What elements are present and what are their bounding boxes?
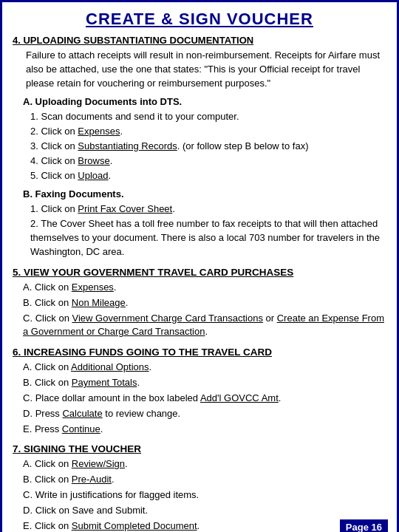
- section7-itemC: C. Write in justifications for flagged i…: [23, 488, 386, 502]
- section6-itemA-letter: A.: [23, 361, 35, 372]
- section6-header: 6. INCREASING FUNDS GOING TO THE TRAVEL …: [13, 347, 386, 358]
- section4-subA-steps: 1. Scan documents and send it to your co…: [30, 110, 386, 183]
- step-4a2-text: Click on: [41, 126, 78, 137]
- step-4a4-after: .: [110, 155, 113, 166]
- step-4a4-num: 4.: [30, 155, 41, 166]
- page-container: CREATE & SIGN VOUCHER 4. UPLOADING SUBST…: [0, 0, 399, 532]
- section6-itemB-link: Payment Totals: [72, 377, 137, 388]
- section7-itemA: A. Click on Review/Sign.: [23, 457, 386, 471]
- section5-itemB-letter: B.: [23, 297, 35, 308]
- section6-itemA: A. Click on Additional Options.: [23, 361, 386, 375]
- section5-itemC-or: or: [263, 313, 277, 324]
- section6-itemB-after: .: [137, 377, 140, 388]
- section5-itemA-after: .: [114, 282, 117, 293]
- section6-itemA-after: .: [149, 361, 152, 372]
- step-4a5: 5. Click on Upload.: [30, 169, 386, 183]
- section6-itemB: B. Click on Payment Totals.: [23, 376, 386, 390]
- step-4b1: 1. Click on Print Fax Cover Sheet.: [30, 202, 386, 216]
- step-4a4-link: Browse: [78, 155, 109, 166]
- section6-itemD-link: Calculate: [62, 408, 102, 419]
- section7-itemD-text: Click on Save and Submit.: [35, 505, 148, 516]
- section5-items: A. Click on Expenses. B. Click on Non Mi…: [23, 281, 386, 339]
- section5-itemC-link1: View Government Charge Card Transactions: [72, 313, 262, 324]
- section5-itemA-text: Click on: [35, 282, 72, 293]
- step-4b2-text: The Cover Sheet has a toll free number t…: [30, 218, 380, 257]
- section6-itemB-letter: B.: [23, 377, 35, 388]
- section7-itemB-link: Pre-Audit: [72, 474, 112, 485]
- step-4a3: 3. Click on Substantiating Records. (or …: [30, 140, 386, 154]
- step-4b2-num: 2.: [30, 218, 41, 229]
- step-4a2-after: .: [120, 126, 123, 137]
- section6-itemC-after: .: [279, 392, 282, 403]
- section6-itemC-text: Place dollar amount in the box labeled: [35, 392, 200, 403]
- section4-warning: Failure to attach receipts will result i…: [26, 49, 386, 91]
- step-4a1: 1. Scan documents and send it to your co…: [30, 110, 386, 124]
- section7-itemE-text: Click on: [35, 520, 72, 531]
- section5-itemC-letter: C.: [23, 313, 35, 324]
- step-4a1-text: Scan documents and send it to your compu…: [41, 111, 239, 122]
- section7-itemD-letter: D.: [23, 505, 35, 516]
- step-4a3-after: . (or follow step B below to fax): [177, 140, 309, 151]
- section7-itemD: D. Click on Save and Submit.: [23, 504, 386, 518]
- section6-itemA-text: Click on: [35, 361, 71, 372]
- section4-header: 4. UPLOADING SUBSTANTIATING DOCUMENTATIO…: [13, 35, 386, 46]
- section7-itemE-link: Submit Completed Document: [72, 520, 197, 531]
- section6-itemB-text: Click on: [35, 377, 72, 388]
- section7-itemB-text: Click on: [35, 474, 72, 485]
- section7-itemA-link: Review/Sign: [72, 458, 125, 469]
- step-4a5-after: .: [109, 170, 112, 181]
- section6-itemE-text: Press: [35, 423, 62, 434]
- section5-itemC-text: Click on: [35, 313, 72, 324]
- section4-subB-steps: 1. Click on Print Fax Cover Sheet. 2. Th…: [30, 202, 386, 259]
- step-4a4: 4. Click on Browse.: [30, 154, 386, 168]
- step-4b1-text: Click on: [41, 203, 78, 214]
- section6-itemC-letter: C.: [23, 392, 35, 403]
- step-4b1-num: 1.: [30, 203, 41, 214]
- section4-subA-label: A. Uploading Documents into DTS.: [23, 95, 386, 109]
- section5-itemA-letter: A.: [23, 282, 35, 293]
- section6-itemD-after: to review change.: [103, 408, 181, 419]
- section5-header: 5. VIEW YOUR GOVERNMENT TRAVEL CARD PURC…: [13, 267, 386, 278]
- page-title: CREATE & SIGN VOUCHER: [13, 10, 386, 29]
- step-4a5-text: Click on: [41, 170, 78, 181]
- section7-header: 7. SIGNING THE VOUCHER: [13, 443, 386, 454]
- section5-itemB-after: .: [126, 297, 129, 308]
- step-4a2: 2. Click on Expenses.: [30, 125, 386, 139]
- step-4a2-num: 2.: [30, 126, 41, 137]
- section6-itemD-letter: D.: [23, 408, 35, 419]
- step-4b1-after: .: [172, 203, 175, 214]
- section6-itemA-link: Additional Options: [71, 361, 149, 372]
- section6-itemC-link: Add'l GOVCC Amt: [200, 392, 279, 403]
- section6-itemC: C. Place dollar amount in the box labele…: [23, 392, 386, 406]
- step-4a5-link: Upload: [78, 170, 108, 181]
- section7-itemB-after: .: [112, 474, 115, 485]
- section6-itemE: E. Press Continue.: [23, 423, 386, 437]
- section7-itemA-after: .: [125, 458, 128, 469]
- section6-itemE-after: .: [100, 423, 103, 434]
- section7-itemE: E. Click on Submit Completed Document.: [23, 519, 386, 532]
- section6-itemE-letter: E.: [23, 423, 35, 434]
- section7-items: A. Click on Review/Sign. B. Click on Pre…: [23, 457, 386, 532]
- section5-itemB-text: Click on: [35, 297, 72, 308]
- section6-itemD-text: Press: [35, 408, 63, 419]
- step-4a1-num: 1.: [30, 111, 41, 122]
- section7-itemA-text: Click on: [35, 458, 72, 469]
- section7-itemA-letter: A.: [23, 458, 35, 469]
- section4-subB-label: B. Faxing Documents.: [23, 188, 386, 202]
- section7-itemE-after: .: [197, 520, 200, 531]
- step-4a3-text: Click on: [41, 140, 78, 151]
- page-number: Page 16: [340, 519, 388, 532]
- section7-itemC-text: Write in justifications for flagged item…: [35, 489, 200, 500]
- section6-items: A. Click on Additional Options. B. Click…: [23, 361, 386, 436]
- section6-itemE-link: Continue: [62, 423, 100, 434]
- step-4b2: 2. The Cover Sheet has a toll free numbe…: [30, 217, 386, 259]
- section7-itemB-letter: B.: [23, 474, 35, 485]
- section5-itemC: C. Click on View Government Charge Card …: [23, 312, 386, 340]
- section6-itemD: D. Press Calculate to review change.: [23, 407, 386, 421]
- section5-itemB-link: Non Mileage: [72, 297, 126, 308]
- section5-itemB: B. Click on Non Mileage.: [23, 296, 386, 310]
- step-4a4-text: Click on: [41, 155, 78, 166]
- section5-itemA-link: Expenses: [72, 282, 114, 293]
- step-4a3-num: 3.: [30, 140, 41, 151]
- section5-itemA: A. Click on Expenses.: [23, 281, 386, 295]
